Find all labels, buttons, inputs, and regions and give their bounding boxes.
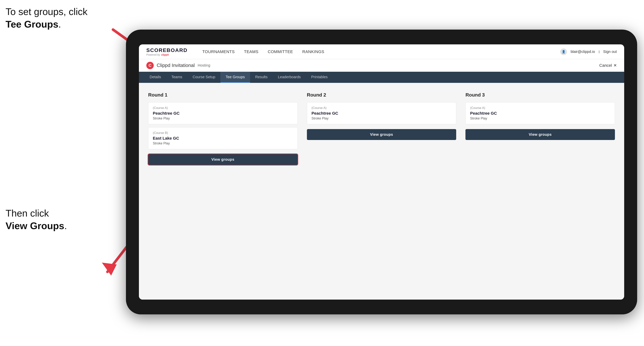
round-1-course-b-name: East Lake GC: [153, 136, 293, 141]
round-3-section: Round 3 (Course A) Peachtree GC Stroke P…: [466, 92, 615, 165]
main-content: Round 1 (Course A) Peachtree GC Stroke P…: [139, 83, 624, 300]
hosting-badge: Hosting: [198, 63, 210, 67]
nav-rankings[interactable]: RANKINGS: [302, 49, 324, 54]
round-3-course-a-name: Peachtree GC: [470, 111, 610, 116]
round-2-course-a-format: Stroke Play: [312, 117, 452, 120]
tab-leaderboards[interactable]: Leaderboards: [273, 72, 306, 83]
instruction-bottom-line1: Then click: [6, 208, 49, 219]
tab-results[interactable]: Results: [250, 72, 273, 83]
tab-teams[interactable]: Teams: [166, 72, 188, 83]
svg-marker-3: [102, 263, 117, 276]
nav-avatar: 👤: [560, 48, 567, 55]
tablet-screen: SCOREBOARD Powered by clippit TOURNAMENT…: [139, 44, 624, 300]
round-2-course-a-name: Peachtree GC: [312, 111, 452, 116]
instructions-bottom: Then click View Groups.: [6, 207, 67, 232]
instruction-top-bold: Tee Groups: [6, 19, 58, 30]
round-3-title: Round 3: [466, 92, 615, 98]
rounds-grid: Round 1 (Course A) Peachtree GC Stroke P…: [148, 92, 615, 165]
logo-text: SCOREBOARD: [146, 47, 188, 53]
tab-tee-groups[interactable]: Tee Groups: [220, 72, 250, 83]
round-1-course-a-label: (Course A): [153, 106, 293, 110]
round-1-view-groups-button[interactable]: View groups: [148, 154, 298, 165]
round-1-course-a-card: (Course A) Peachtree GC Stroke Play: [148, 102, 298, 124]
cancel-button[interactable]: Cancel ✕: [599, 63, 617, 68]
cancel-icon: ✕: [614, 63, 617, 68]
round-1-course-b-card: (Course B) East Lake GC Stroke Play: [148, 127, 298, 149]
round-1-course-a-name: Peachtree GC: [153, 111, 293, 116]
nav-tournaments[interactable]: TOURNAMENTS: [202, 49, 235, 54]
round-2-title: Round 2: [307, 92, 456, 98]
round-1-course-b-label: (Course B): [153, 131, 293, 135]
logo-area: SCOREBOARD Powered by clippit: [146, 47, 188, 56]
nav-committee[interactable]: COMMITTEE: [268, 49, 293, 54]
round-1-title: Round 1: [148, 92, 298, 98]
nav-separator: |: [598, 50, 599, 53]
tournament-logo: C: [146, 62, 154, 69]
round-1-section: Round 1 (Course A) Peachtree GC Stroke P…: [148, 92, 298, 165]
round-3-course-a-card: (Course A) Peachtree GC Stroke Play: [466, 102, 615, 124]
nav-sign-out[interactable]: Sign out: [603, 50, 617, 54]
nav-user-email: blair@clippd.io: [571, 50, 595, 54]
tournament-title: C Clippd Invitational Hosting: [146, 62, 210, 69]
nav-right: 👤 blair@clippd.io | Sign out: [560, 48, 617, 55]
tablet-device: SCOREBOARD Powered by clippit TOURNAMENT…: [126, 30, 637, 314]
round-1-course-b-format: Stroke Play: [153, 142, 293, 145]
instruction-top-line1: To set groups, click: [6, 6, 88, 17]
nav-teams[interactable]: TEAMS: [244, 49, 258, 54]
tournament-name: Clippd Invitational: [157, 62, 195, 68]
logo-powered: Powered by clippit: [146, 53, 169, 56]
instructions-top: To set groups, click Tee Groups.: [6, 5, 88, 30]
round-3-course-a-format: Stroke Play: [470, 117, 610, 120]
round-2-course-a-label: (Course A): [312, 106, 452, 110]
round-2-section: Round 2 (Course A) Peachtree GC Stroke P…: [307, 92, 456, 165]
tab-course-setup[interactable]: Course Setup: [188, 72, 220, 83]
tournament-bar: C Clippd Invitational Hosting Cancel ✕: [139, 59, 624, 72]
nav-links: TOURNAMENTS TEAMS COMMITTEE RANKINGS: [202, 49, 549, 54]
tab-details[interactable]: Details: [144, 72, 166, 83]
round-1-course-a-format: Stroke Play: [153, 117, 293, 120]
round-3-course-a-label: (Course A): [470, 106, 610, 110]
round-3-view-groups-button[interactable]: View groups: [466, 129, 615, 140]
tab-printables[interactable]: Printables: [306, 72, 333, 83]
round-2-course-a-card: (Course A) Peachtree GC Stroke Play: [307, 102, 456, 124]
nav-bar: SCOREBOARD Powered by clippit TOURNAMENT…: [139, 44, 624, 59]
cancel-label: Cancel: [599, 63, 612, 68]
tab-bar: Details Teams Course Setup Tee Groups Re…: [139, 72, 624, 83]
instruction-bottom-bold: View Groups: [6, 220, 64, 231]
round-2-view-groups-button[interactable]: View groups: [307, 129, 456, 140]
